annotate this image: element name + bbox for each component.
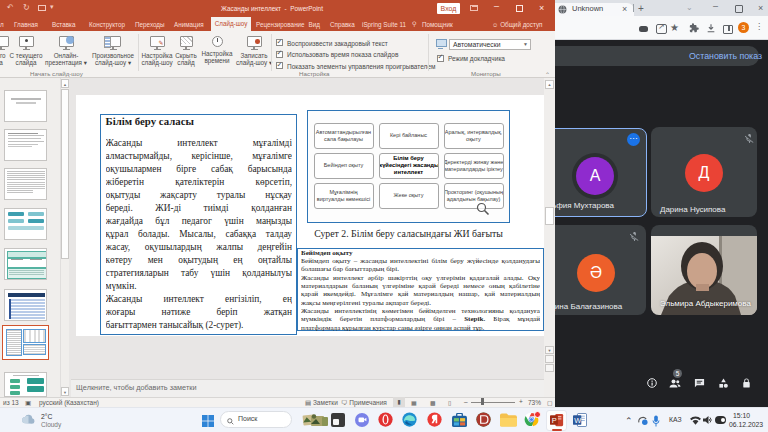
svg-text:P: P <box>552 415 557 424</box>
svg-text:W: W <box>574 415 581 424</box>
